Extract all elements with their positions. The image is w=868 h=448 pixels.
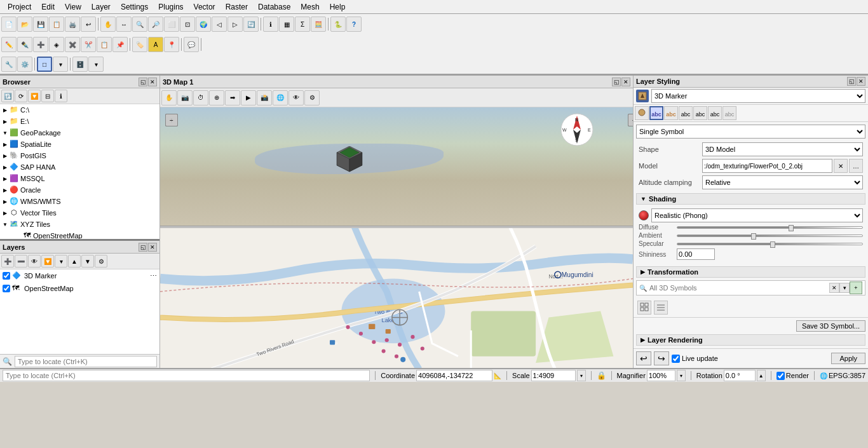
undo-edit-btn[interactable]: ↩ xyxy=(81,17,96,32)
label-btn[interactable]: 🏷️ xyxy=(132,37,147,52)
add-feature-btn[interactable]: ➕ xyxy=(33,37,48,52)
magnifier-input[interactable] xyxy=(647,370,675,381)
map3d-view[interactable]: ↑ ↓ + − N E S W xyxy=(160,107,633,228)
print-btn[interactable]: 🖨️ xyxy=(65,17,80,32)
style-abc-btn[interactable]: abc xyxy=(649,106,663,120)
select-btn[interactable]: ▦ xyxy=(279,17,294,32)
style-label-btn[interactable]: abc xyxy=(664,106,678,120)
altitude-dropdown[interactable]: Relative xyxy=(702,175,863,189)
python-btn[interactable]: 🐍 xyxy=(330,17,346,32)
browser-collapse-btn[interactable]: ⊟ xyxy=(41,90,54,102)
scale-dropdown-btn[interactable]: ▾ xyxy=(577,370,586,381)
pan-map-btn[interactable]: ↔ xyxy=(116,17,132,32)
transformation-header[interactable]: ▶ Transformation xyxy=(636,266,865,278)
edit-btn[interactable]: ✒️ xyxy=(17,37,32,52)
stats-btn[interactable]: Σ xyxy=(295,17,310,32)
symbols-search-input[interactable] xyxy=(649,284,829,292)
render-checkbox[interactable] xyxy=(776,372,785,380)
style-bg-btn[interactable]: abc xyxy=(708,106,722,120)
tree-item-geopackage[interactable]: ▼ 🟩 GeoPackage xyxy=(0,127,159,139)
3d-north-btn[interactable]: ➡ xyxy=(225,90,240,105)
open-project-btn[interactable]: 📂 xyxy=(17,17,32,32)
renderer-dropdown[interactable]: Single Symbol xyxy=(636,125,865,139)
menu-database[interactable]: Database xyxy=(253,1,295,13)
move-down-btn[interactable]: ▼ xyxy=(81,255,94,268)
tree-item-spatialite[interactable]: ▶ 🟦 SpatiaLite xyxy=(0,139,159,150)
save-project-btn[interactable]: 💾 xyxy=(33,17,48,32)
menu-plugins[interactable]: Plugins xyxy=(153,1,188,13)
menu-help[interactable]: Help xyxy=(325,1,351,13)
model-clear-btn[interactable]: ✕ xyxy=(834,159,848,173)
ambient-slider[interactable] xyxy=(677,234,863,237)
layers-close-btn[interactable]: ✕ xyxy=(148,243,157,252)
select-dropdown-btn[interactable]: ▾ xyxy=(53,57,68,72)
3d-zoom-out2[interactable]: − xyxy=(628,114,633,126)
zoom-in-btn[interactable]: 🔍 xyxy=(132,17,147,32)
annotation-btn[interactable]: 💬 xyxy=(184,37,199,52)
browser-tree[interactable]: ▶ 📁 C:\ ▶ 📁 E:\ ▼ 🟩 GeoPackage ▶ 🟦 xyxy=(0,104,159,239)
layers-float-btn[interactable]: ◱ xyxy=(139,243,147,252)
zoom-out-btn[interactable]: 🔎 xyxy=(148,17,163,32)
ambient-handle[interactable] xyxy=(751,233,756,240)
delete-btn[interactable]: ✖️ xyxy=(65,37,80,52)
locate-status-input[interactable] xyxy=(3,370,370,381)
select-rect-btn[interactable]: □ xyxy=(37,57,52,72)
snap-btn[interactable]: 🔧 xyxy=(1,57,17,72)
browser-filter-btn[interactable]: 🔽 xyxy=(28,90,41,102)
layer-rendering-header[interactable]: ▶ Layer Rendering xyxy=(636,334,865,346)
3d-capture-btn[interactable]: 📸 xyxy=(257,90,272,105)
menu-layer[interactable]: Layer xyxy=(86,1,116,13)
label-pin-btn[interactable]: 📍 xyxy=(164,37,179,52)
model-browse-btn[interactable]: … xyxy=(849,159,863,173)
locate-input[interactable] xyxy=(15,356,157,367)
menu-settings[interactable]: Settings xyxy=(116,1,153,13)
3d-pan-btn[interactable]: ✋ xyxy=(161,90,177,105)
zoom-full-btn[interactable]: 🌍 xyxy=(196,17,211,32)
3d-time-btn[interactable]: ⏱ xyxy=(193,90,208,105)
move-vertex-btn[interactable]: ◈ xyxy=(49,37,64,52)
styling-undo-btn[interactable]: ↩ xyxy=(636,351,651,365)
style-single-btn[interactable] xyxy=(635,106,649,120)
add-layer-btn[interactable]: ➕ xyxy=(1,255,14,268)
advanced-snap-btn[interactable]: ⚙️ xyxy=(17,57,32,72)
shading-header[interactable]: ▼ Shading xyxy=(636,193,865,205)
zoom-next-btn[interactable]: ▷ xyxy=(227,17,243,32)
style-buf-btn[interactable]: abc xyxy=(693,106,707,120)
layer-3d-marker[interactable]: 🔷 3D Marker ⋯ xyxy=(0,269,159,282)
tree-item-c[interactable]: ▶ 📁 C:\ xyxy=(0,104,159,116)
model-input[interactable] xyxy=(702,159,832,173)
tree-item-mssql[interactable]: ▶ 🟪 MSSQL xyxy=(0,173,159,184)
new-project-btn[interactable]: 📄 xyxy=(1,17,17,32)
styling-close-btn[interactable]: ✕ xyxy=(857,77,865,86)
style-shadow-btn[interactable]: abc xyxy=(722,106,736,120)
tree-item-sap[interactable]: ▶ 🔷 SAP HANA xyxy=(0,161,159,173)
save-3d-symbol-btn[interactable]: Save 3D Symbol... xyxy=(796,320,865,332)
help-btn[interactable]: ? xyxy=(346,17,362,32)
tree-item-wms[interactable]: ▶ 🌐 WMS/WMTS xyxy=(0,196,159,207)
tree-item-vector-tiles[interactable]: ▶ ⬡ Vector Tiles xyxy=(0,207,159,219)
menu-edit[interactable]: Edit xyxy=(36,1,60,13)
layer-osm[interactable]: 🗺 OpenStreetMap xyxy=(0,282,159,295)
menu-project[interactable]: Project xyxy=(3,1,36,13)
magnifier-dropdown-btn[interactable]: ▾ xyxy=(677,370,686,381)
3d-nav-minus[interactable]: − xyxy=(165,114,178,126)
symbols-grid-btn[interactable] xyxy=(637,301,651,315)
tree-item-postgis[interactable]: ▶ 🐘 PostGIS xyxy=(0,150,159,161)
apply-btn[interactable]: Apply xyxy=(831,353,865,364)
identify-btn[interactable]: ℹ xyxy=(263,17,278,32)
live-update-checkbox[interactable] xyxy=(672,355,680,363)
coordinate-input[interactable] xyxy=(416,370,492,381)
rotation-input[interactable] xyxy=(724,370,756,381)
layer-properties-btn[interactable]: ⚙ xyxy=(95,255,107,268)
toggle-vis-btn[interactable]: 👁 xyxy=(28,255,41,268)
3d-export-btn[interactable]: 🌐 xyxy=(273,90,288,105)
shape-dropdown[interactable]: 3D Model xyxy=(702,142,863,156)
3d-shadows-btn[interactable]: 👁 xyxy=(288,90,304,105)
zoom-prev-btn[interactable]: ◁ xyxy=(212,17,227,32)
digitize-btn[interactable]: ✏️ xyxy=(1,37,17,52)
layer-name-dropdown[interactable]: 3D Marker xyxy=(651,89,865,103)
menu-mesh[interactable]: Mesh xyxy=(295,1,324,13)
remove-layer-btn[interactable]: ➖ xyxy=(15,255,27,268)
browser-properties-btn[interactable]: ℹ xyxy=(55,90,67,102)
paste-btn[interactable]: 📌 xyxy=(112,37,128,52)
